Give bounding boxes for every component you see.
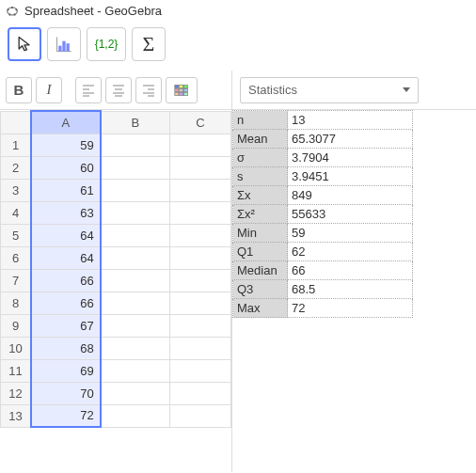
cell[interactable] xyxy=(101,337,170,359)
table-row: 664 xyxy=(1,246,231,269)
stats-value: 849 xyxy=(288,186,413,205)
cell[interactable]: 59 xyxy=(31,134,101,156)
cell[interactable] xyxy=(169,179,230,201)
bold-button[interactable]: B xyxy=(6,77,32,103)
statistics-dropdown-label: Statistics xyxy=(248,83,297,97)
stats-row: Max72 xyxy=(233,299,413,318)
cell[interactable] xyxy=(101,246,170,269)
stats-value: 65.3077 xyxy=(288,130,413,149)
stats-value: 3.9451 xyxy=(288,167,413,186)
svg-rect-28 xyxy=(183,88,187,91)
cell[interactable]: 66 xyxy=(31,292,101,314)
italic-button[interactable]: I xyxy=(36,77,62,103)
table-row: 967 xyxy=(1,314,231,337)
cell[interactable] xyxy=(169,337,230,359)
column-header-B[interactable]: B xyxy=(101,111,170,134)
row-header[interactable]: 8 xyxy=(1,292,32,314)
cell[interactable]: 61 xyxy=(31,179,101,201)
row-header[interactable]: 10 xyxy=(1,337,32,359)
row-header[interactable]: 5 xyxy=(1,224,32,246)
cell[interactable]: 60 xyxy=(31,156,101,179)
svg-rect-26 xyxy=(175,88,179,91)
cell[interactable] xyxy=(101,404,170,427)
align-left-button[interactable] xyxy=(75,77,102,103)
cell[interactable] xyxy=(169,269,230,292)
cell[interactable] xyxy=(169,134,230,156)
cell[interactable] xyxy=(169,201,230,224)
svg-point-3 xyxy=(8,13,10,15)
row-header[interactable]: 12 xyxy=(1,382,32,404)
stats-label: Median xyxy=(233,261,288,280)
cell[interactable] xyxy=(101,269,170,292)
cell[interactable] xyxy=(101,201,170,224)
cell[interactable]: 72 xyxy=(31,404,101,427)
list-tool[interactable]: {1,2} xyxy=(87,27,126,61)
one-variable-analysis-tool[interactable] xyxy=(47,27,81,61)
cell[interactable] xyxy=(101,292,170,314)
table-row: 766 xyxy=(1,269,231,292)
align-right-button[interactable] xyxy=(135,77,162,103)
window-title: Spreadsheet - GeoGebra xyxy=(24,4,162,18)
row-header[interactable]: 3 xyxy=(1,179,32,201)
table-row: 564 xyxy=(1,224,231,246)
table-row: 260 xyxy=(1,156,231,179)
stats-label: Σx xyxy=(233,186,288,205)
svg-rect-24 xyxy=(180,85,183,87)
stats-label: Max xyxy=(233,299,288,318)
statistics-table: n13Mean65.3077σ3.7904s3.9451Σx849Σx²5563… xyxy=(232,110,413,318)
statistics-dropdown[interactable]: Statistics xyxy=(240,77,419,103)
background-color-button[interactable] xyxy=(166,77,198,103)
row-header[interactable]: 13 xyxy=(1,404,32,427)
row-header[interactable]: 1 xyxy=(1,134,32,156)
stats-label: σ xyxy=(233,149,288,167)
cell[interactable]: 67 xyxy=(31,314,101,337)
cell[interactable] xyxy=(101,156,170,179)
stats-label: Q3 xyxy=(233,280,288,299)
cell[interactable] xyxy=(169,382,230,404)
cell[interactable]: 70 xyxy=(31,382,101,404)
svg-point-5 xyxy=(11,6,13,8)
row-header[interactable]: 6 xyxy=(1,246,32,269)
cell[interactable] xyxy=(169,359,230,382)
stats-label: Σx² xyxy=(233,205,288,224)
cell[interactable] xyxy=(169,292,230,314)
cell[interactable] xyxy=(169,224,230,246)
chevron-down-icon xyxy=(403,87,410,92)
cell[interactable] xyxy=(169,314,230,337)
align-center-button[interactable] xyxy=(105,77,132,103)
svg-rect-8 xyxy=(58,46,61,52)
cell[interactable] xyxy=(101,134,170,156)
spreadsheet-grid[interactable]: A B C 1592603614635646647668669671068116… xyxy=(0,110,231,428)
sum-tool[interactable]: Σ xyxy=(132,27,166,61)
row-header[interactable]: 4 xyxy=(1,201,32,224)
row-header[interactable]: 11 xyxy=(1,359,32,382)
row-header[interactable]: 9 xyxy=(1,314,32,337)
column-header-A[interactable]: A xyxy=(31,111,101,134)
table-row: 361 xyxy=(1,179,231,201)
cell[interactable] xyxy=(101,179,170,201)
stats-value: 13 xyxy=(288,111,413,130)
move-tool[interactable] xyxy=(8,27,41,61)
spreadsheet-panel: B I xyxy=(0,71,232,472)
cell[interactable] xyxy=(101,224,170,246)
cell[interactable] xyxy=(101,314,170,337)
corner-cell[interactable] xyxy=(1,111,32,134)
svg-point-1 xyxy=(7,8,8,10)
cell[interactable]: 63 xyxy=(31,201,101,224)
cell[interactable] xyxy=(169,246,230,269)
cell[interactable] xyxy=(169,156,230,179)
cell[interactable] xyxy=(101,359,170,382)
cell[interactable] xyxy=(169,404,230,427)
stats-value: 72 xyxy=(288,299,413,318)
cell[interactable]: 64 xyxy=(31,246,101,269)
cell[interactable]: 66 xyxy=(31,269,101,292)
svg-rect-23 xyxy=(175,85,179,87)
row-header[interactable]: 2 xyxy=(1,156,32,179)
cell[interactable]: 64 xyxy=(31,224,101,246)
column-header-C[interactable]: C xyxy=(169,111,230,134)
cell[interactable]: 68 xyxy=(31,337,101,359)
cell[interactable]: 69 xyxy=(31,359,101,382)
stats-row: Median66 xyxy=(233,261,413,280)
cell[interactable] xyxy=(101,382,170,404)
row-header[interactable]: 7 xyxy=(1,269,32,292)
